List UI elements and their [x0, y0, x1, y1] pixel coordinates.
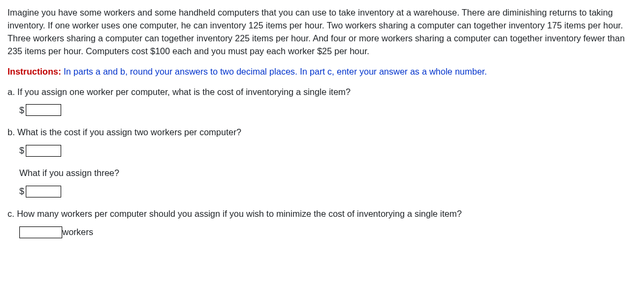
part-b-input-two-workers[interactable] [26, 145, 61, 157]
part-b-answer-row-three: $ [19, 185, 636, 198]
dollar-sign-icon: $ [19, 104, 24, 117]
instructions-line: Instructions: In parts a and b, round yo… [8, 65, 636, 78]
part-a-question: a. If you assign one worker per computer… [8, 86, 636, 99]
part-c-input-workers[interactable] [19, 226, 62, 238]
part-c-answer-row: workers [19, 226, 636, 239]
instructions-text: In parts a and b, round your answers to … [61, 67, 487, 76]
part-c-question: c. How many workers per computer should … [8, 208, 636, 221]
instructions-label: Instructions: [8, 67, 61, 76]
dollar-sign-icon: $ [19, 185, 24, 198]
part-b-question: b. What is the cost if you assign two wo… [8, 126, 636, 139]
part-a-input[interactable] [26, 104, 61, 116]
part-a-answer-row: $ [19, 104, 636, 117]
workers-unit-label: workers [62, 226, 93, 239]
dollar-sign-icon: $ [19, 144, 24, 157]
part-b-answer-row-two: $ [19, 144, 636, 157]
part-b-sub-question: What if you assign three? [19, 167, 636, 180]
part-b-input-three-workers[interactable] [26, 186, 61, 197]
problem-intro-paragraph: Imagine you have some workers and some h… [8, 6, 636, 58]
